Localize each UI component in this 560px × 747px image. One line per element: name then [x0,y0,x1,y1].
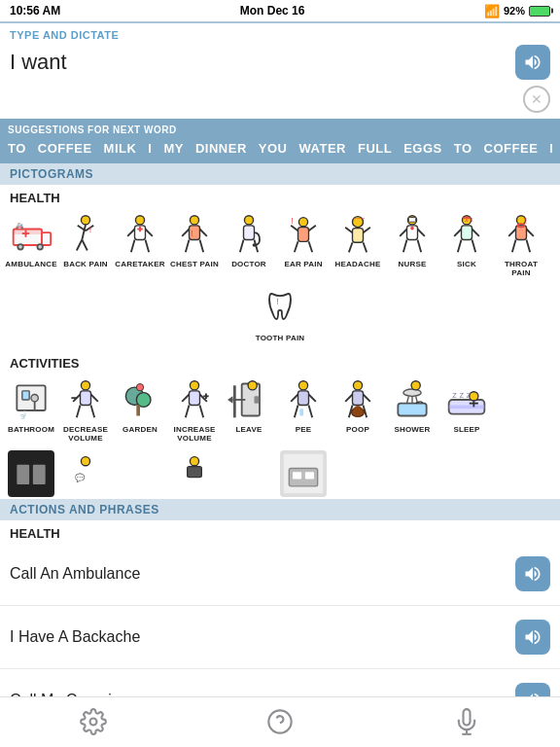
picto-ambulance[interactable]: 🚑 AMBULANCE [6,211,56,277]
suggestion-eggs[interactable]: EGGS [403,139,442,158]
svg-text:z z z: z z z [452,390,471,400]
svg-line-69 [512,240,516,253]
phrase-row-backache: I Have A Backache [0,606,560,669]
svg-rect-82 [81,391,91,406]
svg-line-21 [127,230,134,236]
extra3-icon [171,450,218,497]
extra4-icon [280,450,327,497]
help-nav-button[interactable] [266,708,294,735]
pee-label: PEE [296,425,312,434]
actions-phrases-header: ACTIONS AND PHRASES [0,499,560,520]
status-day: Mon Dec 16 [240,4,305,18]
suggestion-milk2[interactable]: MILK [549,139,552,158]
chestpain-icon: ! [171,211,218,258]
poop-label: POOP [346,425,369,434]
svg-line-83 [77,406,81,418]
picto-extra1[interactable] [6,450,56,497]
suggestion-coffee[interactable]: COFFEE [38,139,92,158]
picto-nurse[interactable]: NURSE [387,211,438,277]
suggestion-dinner[interactable]: DINNER [195,139,247,158]
svg-line-94 [186,406,190,418]
dictate-input-text[interactable]: I want [10,50,515,75]
suggestion-milk[interactable]: MILK [104,139,137,158]
phrase-speaker-caregiver[interactable] [515,683,550,696]
svg-rect-53 [408,218,415,223]
svg-point-5 [38,245,42,249]
settings-nav-button[interactable] [80,708,107,735]
suggestion-my[interactable]: MY [163,139,184,158]
svg-rect-61 [462,226,472,240]
earpain-label: EAR PAIN [284,260,322,268]
picto-increase-vol[interactable]: INCREASE VOLUME [169,376,220,443]
picto-sick[interactable]: x x SICK [441,211,492,277]
picto-leave[interactable]: LEAVE [224,376,274,443]
picto-backpain[interactable]: ! BACK PAIN [60,211,111,277]
picto-headache[interactable]: ~~~ HEADACHE [332,211,383,277]
svg-line-108 [295,406,298,418]
suggestion-i[interactable]: I [148,139,152,158]
close-button[interactable]: ✕ [523,86,550,113]
svg-rect-122 [398,404,426,416]
svg-marker-105 [228,396,233,403]
microphone-nav-button[interactable] [453,708,480,735]
suggestions-label: SUGGESTIONS FOR NEXT WORD [8,124,552,135]
picto-bathroom[interactable]: 🚽 BATHROOM [6,376,56,443]
picto-garden[interactable]: GARDEN [115,376,165,443]
picto-caretaker[interactable]: CARETAKER [115,211,165,277]
picto-shower[interactable]: SHOWER [387,376,438,443]
phrase-speaker-backache[interactable] [515,620,550,655]
backpain-icon: ! [62,211,109,258]
svg-rect-135 [17,465,29,484]
phrase-text-backache[interactable]: I Have A Backache [10,628,140,646]
suggestion-coffee2[interactable]: COFFEE [484,139,539,158]
svg-point-91 [136,384,143,391]
svg-line-110 [291,395,298,402]
suggestion-to2[interactable]: TO [454,139,472,158]
svg-point-17 [135,216,144,225]
wifi-icon: 📶 [484,4,500,18]
earpain-icon: ! [280,211,327,258]
picto-pee[interactable]: PEE [278,376,329,443]
suggestion-water[interactable]: WATER [298,139,345,158]
svg-line-124 [407,396,409,403]
svg-rect-107 [298,391,309,406]
suggestion-you[interactable]: YOU [259,139,288,158]
svg-line-20 [146,240,150,253]
picto-earpain[interactable]: ! EAR PAIN [278,211,329,277]
status-right: 📶 92% [484,4,550,18]
picto-extra3[interactable] [169,450,220,497]
picto-sleep[interactable]: z z z SLEEP [441,376,492,443]
svg-point-89 [136,393,151,408]
picto-poop[interactable]: POOP [332,376,383,443]
svg-point-146 [268,710,291,732]
svg-rect-136 [33,465,46,484]
caretaker-icon [117,211,163,258]
svg-point-145 [90,718,97,725]
picto-throatpain[interactable]: ! THROAT PAIN [496,211,546,277]
suggestion-full[interactable]: FULL [358,139,392,158]
sick-label: SICK [457,260,476,268]
svg-line-111 [309,395,316,402]
svg-rect-144 [305,472,314,479]
svg-line-84 [91,406,95,418]
dictate-speaker-button[interactable] [515,45,550,80]
picto-extra4[interactable] [278,450,329,497]
svg-text:!: ! [525,217,527,226]
phrase-speaker-ambulance[interactable] [515,556,550,591]
suggestion-to[interactable]: TO [8,139,26,158]
bathroom-label: BATHROOM [8,425,54,434]
picto-toothpain[interactable]: ! TOOTH PAIN [255,285,305,342]
svg-point-137 [81,457,89,466]
picto-chestpain[interactable]: ! CHEST PAIN [169,211,220,277]
svg-text:!: ! [276,298,278,306]
phrase-text-ambulance[interactable]: Call An Ambulance [10,565,140,583]
picto-extra2[interactable]: 💬 [60,450,111,497]
svg-line-57 [418,240,422,253]
picto-decrease-vol[interactable]: DECREASE VOLUME [60,376,111,443]
svg-rect-77 [22,391,29,400]
svg-rect-45 [353,229,364,243]
pee-icon [280,376,327,423]
svg-line-13 [82,240,88,251]
picto-doctor[interactable]: DOCTOR [224,211,274,277]
svg-rect-129 [449,406,485,409]
